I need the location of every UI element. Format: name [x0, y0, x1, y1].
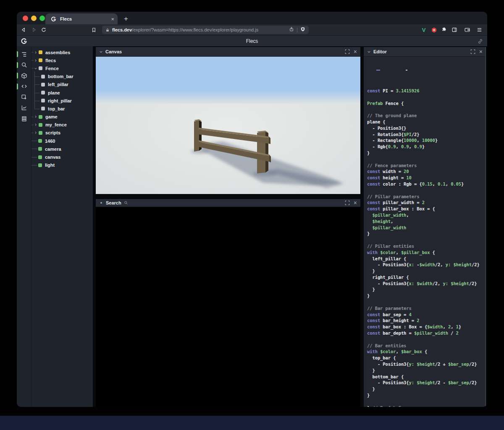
address-bar[interactable]: flecs.dev /explorer/?wasm=https://www.fl…	[102, 26, 309, 34]
code-line	[367, 106, 485, 113]
close-icon[interactable]: ×	[479, 49, 483, 55]
code-line: Prefab Fence {	[367, 100, 485, 107]
tree-guide-stub	[32, 141, 37, 141]
code-line: }	[367, 268, 485, 274]
traffic-light-minimize-button[interactable]	[31, 16, 37, 21]
code-line: - Rotation3{$PI/2}	[367, 131, 485, 138]
tree-item-scripts[interactable]: scripts	[32, 129, 93, 137]
code-line: // Pillar parameters	[367, 194, 485, 200]
tree-item-label: top_bar	[48, 106, 65, 111]
fullscreen-icon[interactable]	[345, 200, 350, 205]
chevron-down-icon[interactable]	[367, 50, 371, 54]
tree-item-assemblies[interactable]: assemblies	[32, 48, 93, 56]
chevron-down-icon[interactable]	[99, 50, 103, 54]
app-header: Flecs	[17, 35, 487, 46]
tree-item-flecs[interactable]: flecs	[32, 56, 93, 64]
chevron-right-icon[interactable]	[34, 131, 38, 135]
tree-item-canvas[interactable]: canvas	[32, 153, 93, 161]
fullscreen-icon[interactable]	[345, 49, 350, 54]
panel-title: Editor	[373, 49, 387, 54]
editor-scrollbar[interactable]	[485, 47, 486, 407]
extensions-puzzle-icon[interactable]	[439, 26, 449, 34]
code-line: - Position3{y: $height/2 - $bar_sep/2}	[367, 380, 485, 386]
chevron-right-icon[interactable]	[34, 123, 38, 127]
panel-collapsed-dot[interactable]	[100, 202, 102, 204]
tree-item-1460[interactable]: 1460	[32, 137, 93, 145]
code-line: const bar_height = 2	[367, 317, 485, 324]
inspect-icon	[21, 94, 27, 100]
link-icon[interactable]	[478, 38, 483, 46]
code-line: - Rgb{0.9, 0.9, 0.9}	[367, 144, 485, 150]
tab-close-icon[interactable]: ×	[111, 16, 114, 22]
code-line: with $color, $pillar_box {	[367, 249, 485, 256]
chevron-down-icon[interactable]	[34, 66, 38, 71]
canvas-3d-scene[interactable]	[96, 57, 360, 194]
rail-item-code[interactable]	[17, 83, 32, 90]
entity-square-icon	[38, 155, 42, 159]
page-title: Flecs	[17, 38, 487, 44]
wallet-icon[interactable]	[462, 26, 472, 34]
tree-item-light[interactable]: light	[32, 161, 93, 169]
close-icon[interactable]: ×	[354, 49, 357, 55]
tree-item-plane[interactable]: plane	[32, 89, 93, 97]
entity-square-icon	[39, 123, 42, 127]
rail-item-cube[interactable]	[17, 72, 32, 79]
forward-button[interactable]	[30, 26, 38, 34]
vue-extension-icon[interactable]: V	[419, 26, 428, 34]
tree-item-right_pillar[interactable]: right_pillar	[32, 97, 93, 105]
app-content: assembliesflecsFencebottom_barleft_pilla…	[17, 46, 487, 407]
chevron-right-icon[interactable]	[34, 58, 38, 63]
shield-icon[interactable]	[300, 26, 305, 34]
editor-code[interactable]: const PI = 3.1415926 Prefab Fence { // T…	[364, 57, 485, 407]
hexagon-extension-icon[interactable]	[429, 26, 438, 34]
search-panel-header[interactable]: Search ×	[96, 199, 360, 207]
entity-square-icon	[41, 75, 45, 79]
code-line	[367, 399, 485, 405]
traffic-light-zoom-button[interactable]	[39, 16, 45, 21]
code-line: - Position3{}	[367, 125, 485, 131]
code-line: const width = 20	[367, 168, 485, 175]
browser-tab[interactable]: Flecs ×	[45, 13, 118, 24]
tree-item-bottom_bar[interactable]: bottom_bar	[32, 73, 93, 81]
entity-square-icon	[39, 115, 42, 119]
chevron-right-icon[interactable]	[34, 50, 38, 55]
code-line: }	[367, 386, 485, 392]
active-indicator	[17, 73, 18, 79]
back-button[interactable]	[19, 26, 28, 34]
tree-item-Fence[interactable]: Fence	[32, 64, 93, 72]
tree-item-camera[interactable]: camera	[32, 145, 93, 153]
desktop-wallpaper-strip	[0, 416, 504, 430]
traffic-light-close-button[interactable]	[23, 16, 28, 21]
close-icon[interactable]: ×	[354, 200, 357, 206]
chevron-right-icon[interactable]	[34, 115, 38, 119]
code-line: // Pillar entities	[367, 243, 485, 249]
code-line: const PI = 3.1415926	[367, 88, 485, 94]
new-tab-button[interactable]: +	[121, 14, 131, 24]
rail-item-chart[interactable]	[17, 105, 32, 111]
tree-item-left_pillar[interactable]: left_pillar	[32, 81, 93, 89]
cube-icon	[21, 73, 27, 79]
sidebar-toggle-icon[interactable]	[450, 26, 459, 34]
editor-panel-header[interactable]: Editor ×	[364, 47, 486, 57]
code-line: - Position3{x: -$width/2, y: $height/2}	[367, 262, 485, 268]
code-line: $pillar_width,	[367, 212, 485, 218]
code-line: left_pillar {	[367, 256, 485, 262]
fullscreen-icon[interactable]	[470, 49, 475, 54]
active-indicator	[17, 51, 18, 57]
reload-button[interactable]	[39, 26, 48, 34]
tree-item-top_bar[interactable]: top_bar	[32, 105, 93, 113]
tree-item-my_fence[interactable]: my_fence	[32, 121, 93, 129]
rail-item-rows[interactable]	[17, 115, 32, 122]
tree-item-label: game	[45, 114, 58, 119]
rail-item-search[interactable]	[17, 62, 32, 68]
rail-item-outline[interactable]	[17, 51, 32, 58]
bookmark-icon[interactable]	[89, 26, 98, 34]
canvas-panel-header[interactable]: Canvas ×	[96, 47, 360, 57]
share-icon[interactable]	[289, 26, 294, 34]
rail-item-inspect[interactable]	[17, 94, 32, 100]
menu-icon[interactable]	[475, 26, 484, 34]
tree-item-game[interactable]: game	[32, 113, 93, 121]
tree-item-label: light	[45, 163, 55, 168]
url-domain: flecs.dev	[112, 27, 132, 32]
code-line: $pillar_width	[367, 225, 485, 231]
